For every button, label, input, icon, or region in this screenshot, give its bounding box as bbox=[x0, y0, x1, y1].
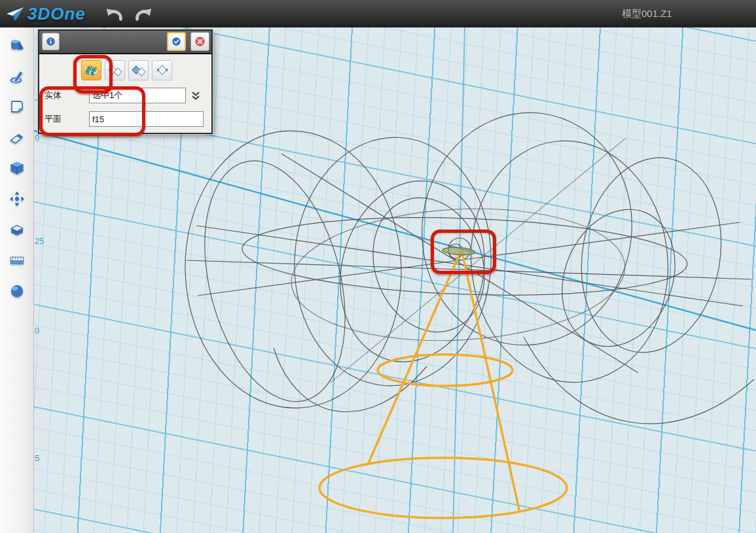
confirm-button[interactable] bbox=[167, 32, 186, 51]
info-icon bbox=[46, 35, 55, 48]
main-toolbar-sidebar bbox=[0, 27, 34, 533]
redo-button[interactable] bbox=[129, 3, 158, 25]
combine-box-icon bbox=[9, 220, 25, 239]
sidebar-item-special-edit[interactable] bbox=[5, 128, 29, 147]
x-axis-line bbox=[34, 131, 756, 330]
sphere-icon bbox=[9, 281, 25, 301]
app-logo-text: 3DOne bbox=[27, 4, 86, 24]
redo-arrow-icon bbox=[133, 4, 154, 24]
sidebar-item-material-render[interactable] bbox=[5, 281, 29, 301]
document-title: 模型001.Z1 bbox=[622, 8, 672, 20]
wireframe-model bbox=[181, 99, 754, 423]
diamonds-blue-icon bbox=[130, 62, 147, 79]
sidebar-item-feature-modeling[interactable] bbox=[5, 158, 29, 178]
cancel-button[interactable] bbox=[190, 32, 209, 51]
split-solid-option-button[interactable] bbox=[81, 60, 101, 80]
split-solid-icon bbox=[83, 62, 100, 79]
sidebar-item-basic-move[interactable] bbox=[5, 189, 29, 209]
expand-more-button[interactable] bbox=[190, 91, 201, 101]
plane-field-input[interactable] bbox=[89, 111, 204, 127]
cube-icon bbox=[9, 158, 25, 178]
sidebar-item-sketch-surface[interactable] bbox=[5, 97, 29, 116]
close-icon bbox=[195, 35, 205, 48]
split-command-dialog: 实体 平面 bbox=[38, 29, 213, 134]
plane-field-row: 平面 bbox=[45, 111, 204, 127]
title-bar: 3DOne 模型001.Z1 bbox=[0, 0, 756, 28]
entity-field-row: 实体 bbox=[45, 88, 201, 103]
split-options-row bbox=[81, 60, 172, 80]
dialog-header bbox=[39, 31, 211, 54]
entity-field-label: 实体 bbox=[45, 90, 89, 101]
option-two-diamonds-button[interactable] bbox=[105, 60, 125, 80]
sidebar-item-primitive-solids[interactable] bbox=[5, 35, 29, 55]
double-chevron-down-icon bbox=[190, 91, 201, 101]
info-button[interactable] bbox=[42, 33, 60, 50]
entity-field-input[interactable] bbox=[89, 88, 186, 103]
check-icon bbox=[172, 35, 181, 48]
undo-arrow-icon bbox=[104, 4, 125, 24]
sidebar-item-sketch-draw[interactable] bbox=[5, 66, 29, 86]
diamonds-white-icon bbox=[107, 62, 124, 79]
option-diamond-arrows-button[interactable] bbox=[152, 60, 172, 80]
highlighted-cone bbox=[319, 252, 567, 518]
undo-button[interactable] bbox=[100, 3, 129, 25]
app-logo: 3DOne bbox=[5, 4, 86, 24]
option-blue-diamond-button[interactable] bbox=[128, 60, 149, 80]
3done-application-window: 3DOne 模型001.Z1 bbox=[0, 0, 756, 533]
viewport-3d[interactable]: 0 25 0 5 bbox=[34, 27, 756, 533]
sidebar-item-combine-edit[interactable] bbox=[5, 220, 29, 239]
paper-plane-icon bbox=[5, 5, 25, 23]
surface-sheet-icon bbox=[9, 97, 25, 116]
solids-icon bbox=[9, 35, 25, 55]
diamonds-arrows-icon bbox=[154, 62, 171, 79]
plane-field-label: 平面 bbox=[45, 113, 89, 125]
ruler-icon bbox=[9, 250, 25, 270]
sidebar-item-measure[interactable] bbox=[5, 250, 29, 270]
move-arrows-icon bbox=[9, 189, 25, 209]
trim-eraser-icon bbox=[9, 128, 25, 147]
sketch-pen-icon bbox=[9, 66, 25, 86]
